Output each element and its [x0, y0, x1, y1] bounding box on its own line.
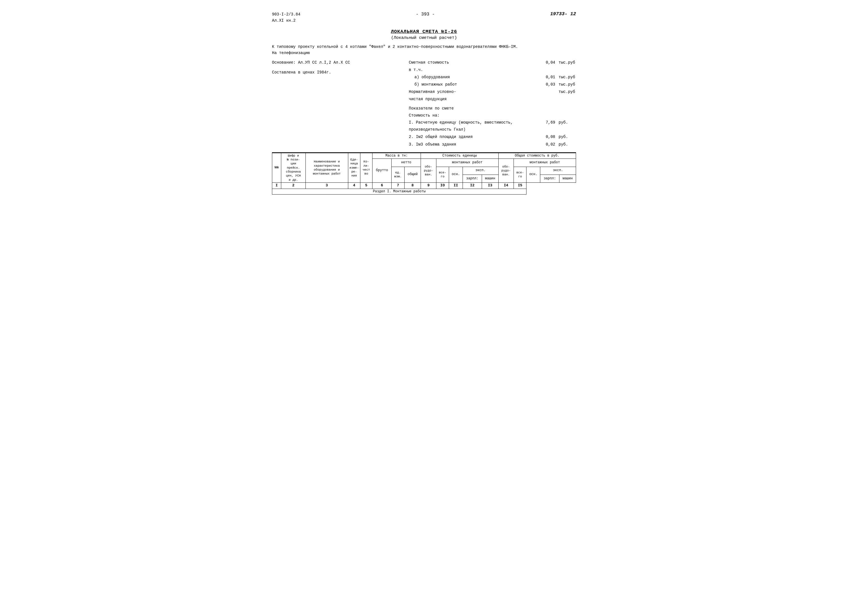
num-3: 3 [305, 182, 348, 189]
th-ob-mon-vse: все- го [514, 167, 526, 182]
th-nn: №№ [272, 153, 281, 182]
section-1-label: Раздел I. Монтажные работы [272, 189, 526, 194]
th-ob-mon-go: осн. [526, 167, 540, 182]
vtch-b-value: 0,03 [538, 81, 555, 88]
th-ob-mon-eksp: эксп. [540, 167, 576, 175]
pokazateli-label: Показатели по смете [409, 105, 576, 112]
info-section: Основание: Ал.УП СС л.I,2 Ал.X СС Состав… [272, 59, 576, 148]
th-ed-mzm: ед. мзм. [391, 167, 404, 182]
th-mashin-2: машин [559, 175, 576, 182]
p3-label: 3. Iм3 объема здания [409, 141, 537, 148]
vtch-a-value: 0,01 [538, 74, 555, 81]
p3-unit: руб. [556, 141, 576, 148]
th-shifr: Шифр и № пози- ции прейск. сборника цен,… [281, 153, 305, 182]
v-t-ch-label: в т.ч. [409, 67, 576, 74]
th-mashin-1: машин [482, 175, 499, 182]
th-zarpla-1: зарпл: [463, 175, 482, 182]
doc-ref: 903-I-2/3.84 Ал.XI кн.2 [272, 11, 300, 24]
doc-ref-line2: Ал.XI кн.2 [272, 18, 300, 24]
num-13: I3 [482, 182, 499, 189]
th-obshiy: общий [404, 167, 421, 182]
info-right: Сметная стоимость 0,04 тыс.руб в т.ч. а)… [409, 59, 576, 148]
page-number: - 393 - [300, 11, 550, 17]
osnование-text: Основание: Ал.УП СС л.I,2 Ал.X СС [272, 59, 409, 66]
vtch-b-unit: тыс.руб [556, 81, 576, 88]
num-2: 2 [281, 182, 305, 189]
subject-text: На телефонизацию [272, 50, 576, 56]
p2-label: 2. Iм2 общей площади здания [409, 133, 537, 141]
vtch-b-label: б) монтажных работ [414, 81, 537, 88]
th-ko: Ко- ли- чест во [360, 153, 372, 182]
p2-value: 0,08 [538, 133, 555, 141]
p3-row: 3. Iм3 объема здания 0,02 руб. [409, 141, 576, 148]
section-row-1: Раздел I. Монтажные работы [272, 189, 576, 194]
num-12: I2 [463, 182, 482, 189]
vtch-b-row: б) монтажных работ 0,03 тыс.руб [409, 81, 576, 88]
page-header: 903-I-2/3.84 Ал.XI кн.2 - 393 - 19733- 1… [272, 11, 576, 24]
table-numbers-row: I 2 3 4 5 6 7 8 9 IO II I2 I3 I4 I5 [272, 182, 576, 189]
norm-unit: тыс.руб [556, 89, 576, 95]
num-14: I4 [498, 182, 513, 189]
num-15: I5 [514, 182, 526, 189]
th-st-mon-vse: все- го [436, 167, 449, 182]
th-name: Наименование и характеристика оборудован… [305, 153, 348, 182]
vtch-a-unit: тыс.руб [556, 74, 576, 81]
p1-value: 7,69 [538, 119, 555, 126]
v-t-ch-label-row: в т.ч. [409, 67, 576, 74]
doc-number-top: 19733- 12 [550, 11, 576, 16]
smetная-stoimost-row: Сметная стоимость 0,04 тыс.руб [409, 59, 576, 66]
th-obshaya: Общая стоимость в руб. [498, 153, 576, 159]
th-mon-label: монтажных работ [436, 159, 498, 167]
th-stoimost: Стоимость единицы [421, 153, 498, 159]
title-section: ЛОКАЛЬНАЯ СМЕТА №I-26 (Локальный сметный… [272, 29, 576, 40]
th-st-mon-go: осн. [449, 167, 463, 182]
th-zarpla-2: зарпл: [540, 175, 559, 182]
sub-title: (Локальный сметный расчет) [272, 36, 576, 40]
num-8: 8 [404, 182, 421, 189]
th-ob-mon-label: монтажных работ [514, 159, 576, 167]
p1-row: I. Расчетную единицу (мощность, вместимо… [409, 119, 576, 133]
th-ed: Еди- ница изме- ре- ния [348, 153, 360, 182]
p1-unit: руб. [556, 119, 576, 126]
p2-row: 2. Iм2 общей площади здания 0,08 руб. [409, 133, 576, 141]
info-left: Основание: Ал.УП СС л.I,2 Ал.X СС Состав… [272, 59, 409, 148]
num-11: II [449, 182, 463, 189]
th-netto: нетто [391, 159, 421, 167]
sostavlena-text: Составлена в ценах I984г. [272, 69, 409, 76]
num-4: 4 [348, 182, 360, 189]
num-6: 6 [372, 182, 391, 189]
doc-ref-line1: 903-I-2/3.84 [272, 11, 300, 18]
p2-unit: руб. [556, 133, 576, 141]
th-brutto: брутто [372, 159, 391, 182]
stoimost-na-label: Стоимость на: [409, 112, 576, 119]
num-5: 5 [360, 182, 372, 189]
p1-label: I. Расчетную единицу (мощность, вместимо… [409, 119, 537, 133]
pokazateli-section: Показатели по смете Стоимость на: I. Рас… [409, 105, 576, 148]
th-st-obo: обо- рудо- ван. [421, 159, 436, 182]
th-st-mon-eksp: эксп. [463, 167, 498, 175]
p3-value: 0,02 [538, 141, 555, 148]
project-description: К типовому проекту котельной с 4 котлами… [272, 44, 576, 56]
main-title: ЛОКАЛЬНАЯ СМЕТА №I-26 [272, 29, 576, 34]
smetная-stoimost-unit: тыс.руб [556, 59, 576, 66]
main-table: №№ Шифр и № пози- ции прейск. сборника ц… [272, 153, 576, 195]
num-9: 9 [421, 182, 436, 189]
num-7: 7 [391, 182, 404, 189]
table-header-row1: №№ Шифр и № пози- ции прейск. сборника ц… [272, 153, 576, 159]
th-mass: Масса в тн: [372, 153, 421, 159]
project-text: К типовому проекту котельной с 4 котлами… [272, 44, 576, 50]
norm-label: Нормативная условно-чистая продукция [409, 89, 537, 102]
smetная-stoimost-label: Сметная стоимость [409, 59, 537, 66]
num-1: I [272, 182, 281, 189]
num-10: IO [436, 182, 449, 189]
th-ob-obo: обо- рудо- ван. [498, 159, 513, 182]
vtch-a-label: а) оборудования [414, 74, 537, 81]
norm-row: Нормативная условно-чистая продукция тыс… [409, 89, 576, 102]
smetная-stoimost-value: 0,04 [538, 59, 555, 66]
vtch-a-row: а) оборудования 0,01 тыс.руб [409, 74, 576, 81]
